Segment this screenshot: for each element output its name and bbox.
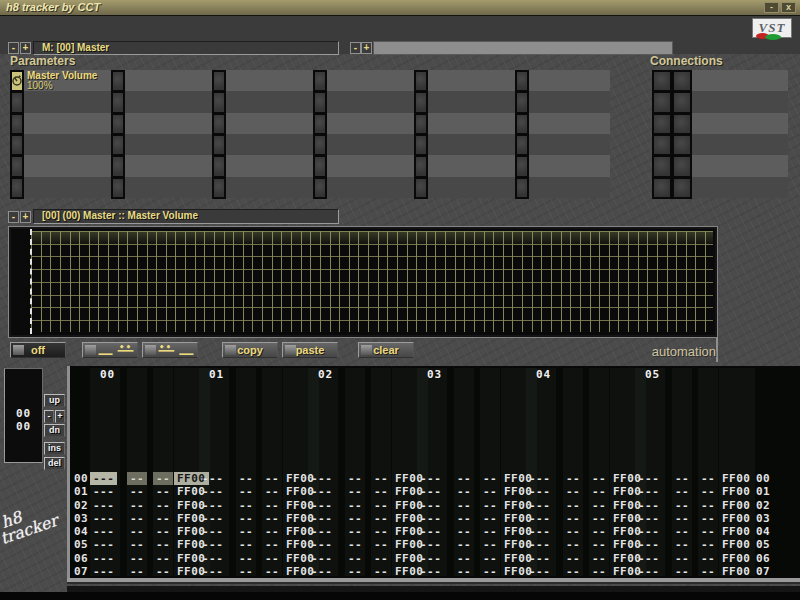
param2-field[interactable]: -- [265,472,279,485]
param2-field[interactable]: -- [265,538,279,551]
knob-slot[interactable] [672,113,692,135]
knob-slot[interactable] [672,177,692,199]
note-field[interactable]: --- [420,538,441,551]
param1-field[interactable]: -- [675,552,689,565]
note-field[interactable]: --- [420,565,441,578]
param2-field[interactable]: -- [701,552,715,565]
note-field[interactable]: --- [529,525,550,538]
param2-field[interactable]: -- [592,552,606,565]
param1-field[interactable]: -- [348,552,362,565]
param2-field[interactable]: -- [592,472,606,485]
knob-slot[interactable] [672,155,692,177]
note-field[interactable]: --- [529,499,550,512]
param2-field[interactable]: -- [374,525,388,538]
knob-slot[interactable] [515,155,529,177]
effect-field[interactable]: FF00 [722,499,751,512]
note-field[interactable]: --- [202,499,223,512]
knob-slot[interactable] [414,177,428,199]
note-field[interactable]: --- [420,499,441,512]
param1-field[interactable]: -- [239,472,253,485]
knob-slot[interactable] [313,91,327,113]
param2-field[interactable]: -- [374,552,388,565]
param2-field[interactable]: -- [374,472,388,485]
param2-field[interactable]: -- [483,565,497,578]
param1-field[interactable]: -- [675,538,689,551]
note-field[interactable]: --- [93,499,114,512]
param1-field[interactable]: -- [566,472,580,485]
param2-field[interactable]: -- [265,485,279,498]
param1-field[interactable]: -- [566,525,580,538]
knob-slot[interactable] [313,113,327,135]
automation-minus-button[interactable]: - [8,211,19,223]
note-field[interactable]: --- [93,512,114,525]
param1-field[interactable]: -- [348,512,362,525]
knob-slot[interactable] [111,155,125,177]
note-field[interactable]: --- [638,485,659,498]
note-field[interactable]: --- [529,512,550,525]
param1-field[interactable]: -- [130,538,144,551]
row-up-button[interactable]: up [44,394,65,407]
param2-field[interactable]: -- [374,565,388,578]
knob-slot[interactable] [10,177,24,199]
note-field[interactable]: --- [311,472,332,485]
effect-field[interactable]: FF00 [722,565,751,578]
param1-field[interactable]: -- [457,525,471,538]
param2-field[interactable]: -- [592,565,606,578]
effect-field[interactable]: FF00 [722,538,751,551]
param2-field[interactable]: -- [701,499,715,512]
param2-field[interactable]: -- [265,512,279,525]
param2-field[interactable]: -- [483,538,497,551]
knob-slot[interactable] [212,177,226,199]
effect-field[interactable]: FF00 [722,485,751,498]
param1-field[interactable]: -- [675,525,689,538]
note-field[interactable]: --- [420,485,441,498]
minimize-button[interactable]: - [764,2,779,13]
knob-slot[interactable] [672,70,692,92]
knob-slot[interactable] [414,113,428,135]
note-field[interactable]: --- [202,525,223,538]
automation-grid[interactable] [31,231,713,332]
param2-field[interactable]: -- [156,538,170,551]
note-field[interactable]: --- [202,552,223,565]
knob-slot[interactable] [212,113,226,135]
note-field[interactable]: --- [529,565,550,578]
param1-field[interactable]: -- [348,565,362,578]
param1-field[interactable]: -- [239,552,253,565]
delete-button[interactable]: del [44,457,65,470]
knob-slot[interactable] [10,134,24,156]
param1-field[interactable]: -- [239,565,253,578]
paste-button[interactable]: paste [282,342,338,358]
knob-slot[interactable] [111,134,125,156]
note-field[interactable]: --- [202,472,223,485]
note-field[interactable]: --- [529,552,550,565]
slide-up-button[interactable] [82,342,138,358]
note-field[interactable]: --- [638,538,659,551]
param1-field[interactable]: -- [457,485,471,498]
master-minus-button[interactable]: - [8,42,19,54]
param2-field[interactable]: -- [156,499,170,512]
note-field[interactable]: --- [638,472,659,485]
chain-selector-field[interactable] [373,41,673,55]
note-field[interactable]: --- [311,538,332,551]
effect-field[interactable]: FF00 [722,552,751,565]
note-field[interactable]: --- [420,472,441,485]
param1-field[interactable]: -- [348,538,362,551]
param1-field[interactable]: -- [348,472,362,485]
note-field[interactable]: --- [638,525,659,538]
knob-slot[interactable] [672,134,692,156]
effect-field[interactable]: FF00 [722,525,751,538]
param1-field[interactable]: -- [239,538,253,551]
param1-field[interactable]: -- [566,552,580,565]
knob-slot[interactable] [111,70,125,92]
param1-field[interactable]: -- [566,485,580,498]
param1-field[interactable]: -- [348,525,362,538]
param1-field[interactable]: -- [675,472,689,485]
note-field[interactable]: --- [311,499,332,512]
param2-field[interactable]: -- [265,499,279,512]
knob-slot[interactable] [313,134,327,156]
param1-field[interactable]: -- [130,552,144,565]
param2-field[interactable]: -- [374,512,388,525]
param1-field[interactable]: -- [130,525,144,538]
param1-field[interactable]: -- [566,538,580,551]
knob-slot[interactable] [414,91,428,113]
